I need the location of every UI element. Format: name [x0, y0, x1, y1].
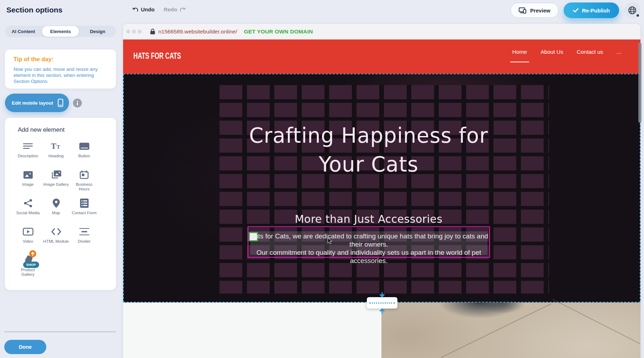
check-icon — [573, 8, 579, 12]
svg-text:T: T — [57, 144, 60, 150]
shop-badge: SHOP — [23, 262, 39, 268]
hero-section-selected[interactable]: Crafting Happiness for Your Cats More th… — [123, 74, 640, 302]
get-domain-link[interactable]: GET YOUR OWN DOMAIN — [244, 28, 313, 35]
tip-body: Now you can add, move and resize any ele… — [14, 66, 106, 84]
info-button[interactable] — [73, 99, 82, 107]
add-new-element-panel: Add new element Description TT Heading B… — [5, 118, 116, 290]
element-product-gallery[interactable]: SHOP Product Gallery — [14, 254, 42, 282]
add-panel-title: Add new element — [18, 126, 116, 133]
site-url: n1566589.websitebuilder.online/ — [158, 28, 237, 35]
lock-icon — [150, 28, 155, 35]
undo-icon — [132, 7, 138, 12]
scrollbar-thumb[interactable] — [638, 43, 642, 123]
element-grid: Description TT Heading Button Image Imag… — [14, 140, 116, 282]
redo-label: Redo — [164, 6, 177, 12]
element-button[interactable]: Button — [70, 140, 98, 168]
globe-icon — [628, 6, 637, 15]
undo-button[interactable]: Undo — [132, 6, 154, 12]
site-logo[interactable]: HATS FOR CATS — [133, 51, 181, 61]
tab-ai-content[interactable]: AI Content — [5, 26, 42, 37]
hero-paragraph[interactable]: Hats for Cats, we are dedicated to craft… — [248, 232, 489, 265]
element-divider[interactable]: Divider — [70, 225, 98, 254]
phone-icon — [58, 99, 63, 107]
panel-tabs: AI Content Elements Design — [5, 26, 116, 37]
share-icon — [24, 197, 32, 210]
nav-contact-us[interactable]: Contact us — [577, 49, 603, 57]
floor-seam — [441, 303, 551, 358]
globe-notification-dot — [637, 14, 639, 17]
element-description[interactable]: Description — [14, 140, 42, 168]
page-title: Section options — [6, 6, 63, 14]
description-icon — [23, 140, 33, 153]
topbar-actions: Preview Re-Publish — [511, 2, 640, 19]
arrow-down-icon — [380, 292, 385, 298]
next-section-blank — [123, 302, 381, 358]
form-icon — [80, 197, 89, 210]
history-controls: Undo Redo — [132, 6, 186, 12]
map-pin-icon — [53, 197, 60, 210]
upgrade-badge-icon — [29, 250, 36, 257]
tip-heading: Tip of the day: — [14, 56, 107, 63]
tab-elements[interactable]: Elements — [42, 26, 79, 37]
edit-mobile-layout-button[interactable]: Edit mobile layout — [5, 94, 69, 112]
heading-icon: TT — [51, 140, 62, 153]
preview-button[interactable]: Preview — [511, 3, 559, 18]
image-gallery-icon — [51, 168, 61, 181]
element-business-hours[interactable]: Business Hours — [70, 168, 98, 197]
info-icon — [76, 101, 79, 105]
devices-icon — [519, 7, 527, 14]
republish-label: Re-Publish — [582, 7, 610, 14]
hero-subheading[interactable]: More than Just Accessories — [124, 213, 613, 225]
selected-text-element[interactable]: Hats for Cats, we are dedicated to craft… — [248, 226, 490, 258]
code-icon — [51, 225, 61, 238]
window-controls-icon — [126, 30, 142, 33]
nav-about-us[interactable]: About Us — [540, 49, 563, 57]
element-video[interactable]: Video — [14, 225, 42, 254]
element-social-media[interactable]: Social Media — [14, 197, 42, 225]
video-icon — [23, 225, 33, 238]
button-icon — [79, 140, 89, 153]
redo-button[interactable]: Redo — [164, 6, 186, 12]
section-boundary-dashes — [369, 302, 395, 304]
product-gallery-icon: SHOP — [23, 254, 33, 267]
image-icon — [23, 168, 33, 181]
sidebar-divider — [4, 332, 116, 332]
element-image[interactable]: Image — [14, 168, 42, 197]
element-heading[interactable]: TT Heading — [42, 140, 70, 168]
hero-heading[interactable]: Crafting Happiness for Your Cats — [124, 121, 613, 179]
address-bar: n1566589.websitebuilder.online/ GET YOUR… — [150, 28, 313, 35]
undo-label: Undo — [141, 6, 154, 12]
language-globe-button[interactable] — [624, 2, 640, 19]
site-nav: Home About Us Contact us ... — [512, 49, 621, 57]
republish-button[interactable]: Re-Publish — [564, 2, 619, 18]
calendar-icon — [80, 168, 89, 181]
site-header: HATS FOR CATS Home About Us Contact us .… — [123, 40, 640, 74]
arrow-up-icon — [380, 308, 385, 314]
element-contact-form[interactable]: Contact Form — [70, 197, 98, 225]
tab-design[interactable]: Design — [79, 26, 116, 37]
browser-bar: n1566589.websitebuilder.online/ GET YOUR… — [123, 24, 640, 40]
next-section-photo — [381, 302, 640, 358]
edit-mobile-layout-label: Edit mobile layout — [12, 100, 53, 106]
mouse-cursor — [327, 238, 333, 245]
divider-icon — [79, 225, 89, 238]
floor-seam — [553, 299, 640, 348]
element-image-gallery[interactable]: Image Gallery — [42, 168, 70, 197]
section-resize-handle[interactable] — [367, 297, 397, 309]
element-map[interactable]: Map — [42, 197, 70, 225]
element-html-module[interactable]: HTML Module — [42, 225, 70, 254]
nav-home[interactable]: Home — [512, 49, 527, 57]
done-button[interactable]: Done — [4, 340, 46, 354]
redo-icon — [180, 7, 186, 12]
svg-text:T: T — [51, 142, 56, 151]
preview-label: Preview — [530, 7, 550, 14]
nav-more-icon[interactable]: ... — [617, 49, 621, 57]
tip-of-the-day-card: Tip of the day: Now you can add, move an… — [5, 49, 116, 89]
